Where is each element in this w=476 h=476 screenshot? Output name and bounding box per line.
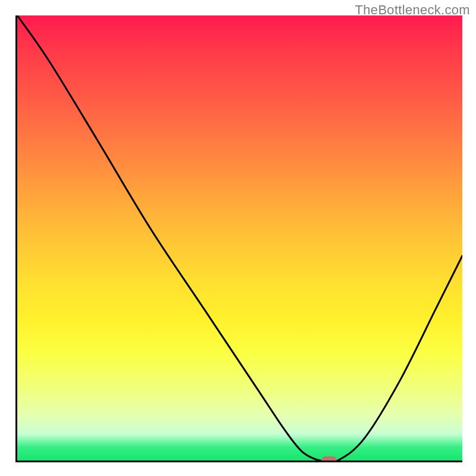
plot-area — [15, 15, 462, 462]
optimal-marker — [321, 456, 337, 462]
bottleneck-curve-path — [17, 15, 462, 461]
bottleneck-chart: TheBottleneck.com — [0, 0, 476, 476]
curve-layer — [17, 15, 462, 461]
